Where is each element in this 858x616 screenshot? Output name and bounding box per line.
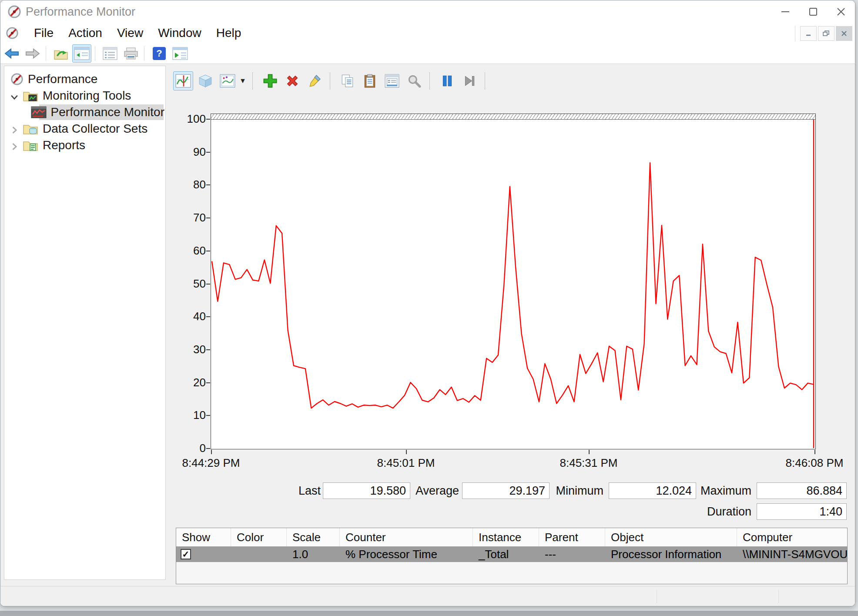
y-axis-tick (206, 284, 210, 285)
counter-legend-table: Show Color Scale Counter Instance Parent… (176, 528, 848, 584)
counter-computer: \\MININT-S4MGVOU (737, 548, 847, 561)
column-header-computer[interactable]: Computer (737, 528, 847, 546)
perfmon-logo-small-icon (6, 27, 19, 40)
mdi-window-controls (795, 26, 852, 41)
show-hide-console-tree-icon[interactable] (72, 44, 91, 63)
perfmon-logo-icon (10, 73, 23, 86)
chart-toolbar-separator (252, 72, 253, 90)
new-window-icon[interactable] (171, 44, 190, 63)
toolbar-separator (95, 46, 95, 61)
menu-file[interactable]: File (27, 26, 61, 40)
chart-plot[interactable] (211, 114, 816, 449)
tree-label-monitoring-tools[interactable]: Monitoring Tools (43, 89, 131, 103)
monitor-view-panel: ▼ (169, 64, 854, 586)
counter-parent: --- (539, 548, 605, 561)
monitoring-tools-folder-icon (23, 89, 38, 102)
histogram-view-icon[interactable] (218, 71, 238, 90)
x-axis-tick (211, 450, 212, 454)
tree-item-monitoring-tools[interactable]: Monitoring Tools (4, 88, 164, 104)
column-header-show[interactable]: Show (176, 528, 231, 546)
chart-toolbar-separator (429, 72, 430, 90)
column-header-scale[interactable]: Scale (287, 528, 340, 546)
y-axis-tick (206, 251, 210, 251)
last-label: Last (277, 482, 321, 499)
copy-properties-icon[interactable] (338, 71, 358, 90)
column-header-parent[interactable]: Parent (539, 528, 605, 546)
maximize-icon[interactable] (799, 0, 827, 23)
mdi-close-icon[interactable] (836, 26, 852, 41)
minimize-icon[interactable] (771, 0, 799, 23)
cube-view-icon[interactable] (195, 71, 215, 90)
column-header-object[interactable]: Object (605, 528, 737, 546)
tree-label-data-collector-sets[interactable]: Data Collector Sets (43, 122, 147, 136)
line-chart-view-icon[interactable] (173, 71, 193, 90)
column-header-instance[interactable]: Instance (473, 528, 539, 546)
help-icon[interactable]: ? (150, 44, 169, 63)
counter-row[interactable]: ✓ 1.0 % Processor Time _Total --- Proces… (176, 546, 847, 562)
tree-item-performance[interactable]: Performance (4, 71, 164, 87)
tree-label-performance-monitor[interactable]: Performance Monitor (51, 105, 164, 119)
taskbar-edge (0, 611, 858, 616)
performance-monitor-chart-icon (31, 106, 47, 119)
status-bar (0, 586, 855, 606)
delete-counter-icon[interactable] (282, 71, 302, 90)
properties-icon[interactable] (382, 71, 402, 90)
y-axis: 1009080706050403020100 (169, 114, 206, 449)
tree-item-data-collector-sets[interactable]: Data Collector Sets (4, 121, 164, 137)
column-header-counter[interactable]: Counter (340, 528, 473, 546)
toolbar-separator (144, 46, 144, 61)
x-axis-tick (814, 450, 815, 454)
chevron-right-icon[interactable] (10, 141, 19, 150)
chart-toolbar-separator (485, 72, 485, 90)
x-axis-tick (406, 450, 407, 454)
status-bar-separator (778, 590, 779, 603)
content-area: Performance Monitorin (0, 64, 855, 586)
counter-instance: _Total (473, 548, 539, 561)
perfmon-logo-icon (7, 5, 21, 19)
maximum-label: Maximum (699, 482, 751, 499)
step-forward-icon[interactable] (459, 71, 479, 90)
tree-item-reports[interactable]: Reports (4, 137, 164, 153)
chart-series-svg (211, 114, 815, 449)
back-icon[interactable] (2, 44, 21, 63)
menu-window[interactable]: Window (151, 26, 209, 40)
minimum-value: 12.024 (609, 482, 696, 499)
menu-action[interactable]: Action (61, 26, 110, 40)
column-header-color[interactable]: Color (231, 528, 287, 546)
y-axis-tick (206, 119, 210, 120)
tree-label-performance[interactable]: Performance (28, 72, 97, 86)
main-toolbar: ? (0, 43, 855, 64)
properties-icon[interactable] (101, 44, 120, 63)
zoom-icon[interactable] (404, 71, 424, 90)
chart-type-dropdown-caret[interactable]: ▼ (238, 77, 247, 85)
print-icon[interactable] (121, 44, 141, 63)
y-axis-label: 70 (193, 211, 206, 224)
y-axis-label: 90 (193, 145, 206, 159)
close-icon[interactable] (827, 0, 855, 23)
forward-icon[interactable] (23, 44, 42, 63)
tree-label-reports[interactable]: Reports (43, 138, 85, 152)
add-counter-icon[interactable] (260, 71, 280, 90)
menu-view[interactable]: View (110, 26, 151, 40)
menu-help[interactable]: Help (209, 26, 249, 40)
mdi-restore-icon[interactable] (818, 26, 835, 41)
chevron-down-icon[interactable] (10, 91, 19, 100)
chevron-right-icon[interactable] (10, 124, 19, 134)
y-axis-label: 30 (193, 343, 206, 356)
chart-toolbar: ▼ (171, 69, 851, 93)
titlebar[interactable]: Performance Monitor (0, 0, 855, 23)
tree-item-performance-monitor[interactable]: Performance Monitor (4, 104, 164, 120)
mdi-minimize-icon[interactable] (800, 26, 817, 41)
y-axis-tick (206, 184, 210, 185)
status-bar-separator (657, 590, 657, 603)
paste-counter-list-icon[interactable] (360, 71, 380, 90)
pause-icon[interactable] (437, 71, 457, 90)
help-glyph: ? (153, 47, 166, 60)
show-checkbox[interactable]: ✓ (181, 549, 191, 559)
data-collector-sets-folder-icon (23, 122, 38, 135)
screen: Performance Monitor (0, 0, 858, 616)
window-controls (771, 0, 855, 23)
y-axis-tick (206, 415, 210, 416)
highlight-icon[interactable] (305, 71, 325, 90)
export-icon[interactable] (51, 44, 70, 63)
